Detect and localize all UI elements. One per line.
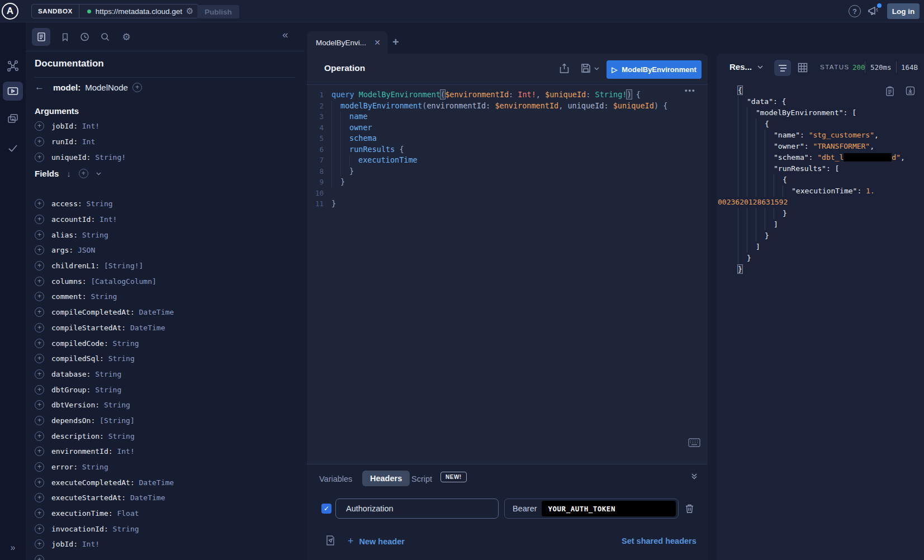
field-type[interactable]: Int! — [78, 540, 99, 548]
add-field-icon[interactable]: + — [35, 431, 44, 441]
field-name[interactable]: compiledSql: — [51, 354, 104, 363]
add-field-icon[interactable]: + — [35, 524, 44, 534]
field-type[interactable]: [CatalogColumn] — [87, 277, 157, 286]
documentation-tab-icon[interactable] — [32, 28, 50, 46]
field-name[interactable]: executionTime: — [51, 509, 113, 518]
field-type[interactable]: String — [78, 463, 108, 471]
field-name[interactable]: database: — [51, 370, 91, 378]
query-code-line[interactable]: 7executionTime — [307, 155, 698, 166]
field-name[interactable]: invocationId: — [51, 525, 108, 533]
set-shared-headers-button[interactable]: Set shared headers — [622, 537, 696, 545]
add-field-icon[interactable]: + — [35, 307, 44, 317]
add-field-icon[interactable]: + — [35, 354, 44, 363]
query-code-line[interactable]: 5schema — [307, 133, 698, 144]
field-type[interactable]: String — [104, 354, 135, 363]
auth-token-field[interactable]: YOUR_AUTH_TOKEN — [542, 501, 676, 516]
field-name[interactable]: executeCompletedAt: — [51, 478, 135, 487]
query-code-line[interactable]: 6runResults { — [307, 144, 698, 155]
field-name[interactable]: runId: — [51, 137, 78, 146]
add-field-icon[interactable]: + — [35, 339, 44, 348]
add-field-icon[interactable]: + — [35, 493, 44, 502]
field-type[interactable]: [String] — [95, 416, 134, 425]
breadcrumb-type[interactable]: ModelNode — [85, 83, 128, 92]
environment-variables-icon[interactable] — [325, 535, 335, 546]
field-name[interactable]: args: — [51, 246, 73, 254]
tab-script[interactable]: Script — [411, 474, 432, 483]
sandbox-diff-icon[interactable] — [6, 112, 20, 125]
back-arrow-icon[interactable]: ← — [35, 82, 44, 93]
field-type[interactable]: DateTime — [135, 308, 174, 316]
field-name[interactable]: dependsOn: — [51, 416, 95, 425]
explorer-nav-icon[interactable] — [3, 82, 23, 101]
field-name[interactable]: error: — [51, 463, 78, 471]
field-type[interactable]: Int! — [113, 447, 135, 455]
add-fields-icon[interactable]: + — [79, 169, 88, 178]
add-field-icon[interactable]: + — [35, 539, 44, 549]
header-value-input[interactable]: Bearer YOUR_AUTH_TOKEN — [504, 499, 679, 519]
add-field-icon[interactable]: + — [35, 245, 44, 255]
add-field-icon[interactable]: + — [35, 509, 44, 518]
header-enabled-checkbox[interactable]: ✓ — [321, 504, 331, 514]
header-name-input[interactable]: Authorization — [335, 499, 499, 519]
field-type[interactable]: String — [87, 292, 117, 301]
query-code-line[interactable]: 3name — [307, 111, 698, 122]
field-type[interactable]: Int! — [78, 122, 99, 130]
query-code-line[interactable]: 9} — [307, 177, 698, 188]
field-type[interactable]: String — [91, 370, 121, 378]
search-icon[interactable] — [99, 31, 111, 42]
new-tab-icon[interactable]: + — [392, 36, 399, 49]
query-code-line[interactable]: 4owner — [307, 122, 698, 134]
share-icon[interactable] — [560, 63, 571, 74]
delete-header-icon[interactable] — [685, 504, 695, 514]
sort-fields-icon[interactable]: ↓ — [67, 169, 71, 178]
add-field-icon[interactable]: + — [35, 277, 44, 286]
checks-nav-icon[interactable] — [6, 141, 20, 155]
field-type[interactable]: String — [108, 525, 139, 533]
field-name[interactable]: description: — [51, 432, 104, 440]
expand-rail-icon[interactable]: » — [6, 541, 20, 554]
tab-headers[interactable]: Headers — [362, 471, 410, 486]
response-dropdown-chevron-icon[interactable] — [757, 65, 763, 69]
add-all-fields-icon[interactable]: + — [132, 83, 142, 92]
operation-tab[interactable]: ModelByEnvi... ✕ — [307, 31, 387, 54]
field-name[interactable]: jobId: — [51, 122, 78, 130]
add-field-icon[interactable]: + — [35, 478, 44, 487]
endpoint-url-input[interactable]: https://metadata.cloud.get — [96, 7, 185, 16]
add-field-icon[interactable]: + — [35, 385, 44, 395]
apollo-logo[interactable]: A — [2, 3, 18, 20]
field-name[interactable]: environmentId: — [51, 447, 113, 455]
add-field-icon[interactable]: + — [35, 199, 44, 208]
field-type[interactable]: DateTime — [126, 493, 165, 502]
save-dropdown-chevron-icon[interactable] — [594, 67, 605, 78]
new-header-button[interactable]: + New header — [348, 535, 405, 547]
query-editor[interactable]: 1query ModelByEnvironment($environmentId… — [307, 89, 698, 210]
field-name[interactable]: access: — [51, 200, 82, 208]
response-title[interactable]: Res... — [729, 62, 752, 72]
close-tab-icon[interactable]: ✕ — [374, 38, 381, 47]
add-field-icon[interactable]: + — [35, 323, 44, 333]
field-name[interactable]: compileStartedAt: — [51, 324, 126, 332]
add-field-icon[interactable]: + — [35, 400, 44, 410]
settings-gear-icon[interactable]: ⚙ — [121, 31, 132, 42]
field-type[interactable]: Float — [113, 509, 139, 518]
chevron-down-icon[interactable] — [96, 172, 101, 175]
field-type[interactable]: String — [99, 401, 130, 409]
keyboard-shortcuts-icon[interactable] — [688, 438, 700, 447]
field-name[interactable]: alias: — [51, 231, 78, 239]
query-code-line[interactable]: 1query ModelByEnvironment($environmentId… — [307, 89, 698, 101]
add-field-icon[interactable]: + — [35, 230, 44, 240]
add-field-icon[interactable]: + — [35, 369, 44, 379]
help-icon[interactable]: ? — [849, 5, 861, 17]
field-type[interactable]: String — [91, 386, 121, 394]
add-field-icon[interactable]: + — [35, 555, 44, 560]
schema-graph-icon[interactable] — [6, 59, 20, 73]
field-name[interactable]: columns: — [51, 277, 87, 286]
field-type[interactable]: Int! — [95, 215, 117, 224]
endpoint-settings-gear-icon[interactable]: ⚙ — [185, 6, 198, 16]
add-field-icon[interactable]: + — [35, 462, 44, 472]
publish-button[interactable]: Publish — [197, 5, 239, 18]
tab-title[interactable]: ModelByEnvi... — [316, 39, 371, 47]
field-type[interactable]: Int — [78, 137, 95, 146]
raw-view-toggle-icon[interactable] — [774, 60, 791, 76]
add-field-icon[interactable]: + — [35, 292, 44, 301]
